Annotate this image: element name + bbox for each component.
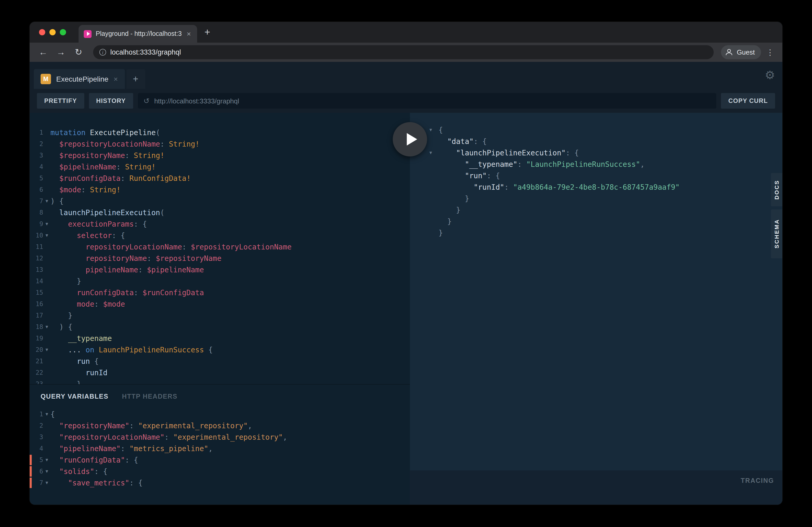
code-line: 3 $repositoryName: String! — [30, 150, 410, 161]
zoom-window-button[interactable] — [60, 29, 66, 35]
line-number: 2 — [30, 420, 43, 431]
endpoint-input[interactable]: ↺ http://localhost:3333/graphql — [137, 93, 716, 109]
new-session-button[interactable]: + — [126, 69, 145, 89]
fold-caret-icon[interactable]: ▾ — [43, 195, 50, 207]
sidebar-tabs: DOCS SCHEMA — [771, 173, 782, 261]
window-controls — [30, 22, 74, 43]
minimize-window-button[interactable] — [49, 29, 56, 35]
fold-caret-icon[interactable]: ▾ — [43, 230, 50, 241]
fold-caret-icon[interactable]: ▾ — [427, 124, 434, 136]
history-button[interactable]: HISTORY — [89, 93, 133, 109]
query-variables-panel: QUERY VARIABLES HTTP HEADERS 1▾{2 "repos… — [30, 384, 410, 505]
code-line: 10▾ selector: { — [30, 230, 410, 241]
browser-tab[interactable]: Playground - http://localhost:3 × — [78, 25, 197, 43]
code-line: 9▾ executionParams: { — [30, 218, 410, 230]
close-window-button[interactable] — [39, 29, 45, 35]
code-line: 17 } — [30, 310, 410, 321]
code-line: 5▾ "runConfigData": { — [30, 454, 410, 466]
line-number: 14 — [30, 275, 43, 287]
session-close-icon[interactable]: × — [114, 75, 118, 83]
code-line: 13 pipelineName: $pipelineName — [30, 264, 410, 275]
line-number: 13 — [30, 264, 43, 275]
line-number: 11 — [30, 241, 43, 253]
code-line: } — [410, 227, 782, 239]
tracing-toggle[interactable]: TRACING — [741, 477, 774, 505]
code-line: 22 runId — [30, 367, 410, 378]
code-line: 7▾ "save_metrics": { — [30, 477, 410, 488]
line-number: 20 — [30, 344, 43, 356]
line-number: 4 — [30, 161, 43, 172]
reload-icon[interactable]: ↻ — [71, 48, 86, 57]
tracing-panel: TRACING — [410, 470, 782, 505]
error-marker — [30, 466, 32, 477]
code-line: 11 repositoryLocationName: $repositoryLo… — [30, 241, 410, 253]
fold-caret-icon[interactable]: ▾ — [43, 321, 50, 333]
fold-caret-icon[interactable]: ▾ — [43, 218, 50, 230]
tab-close-icon[interactable]: × — [186, 30, 192, 37]
browser-tab-strip: Playground - http://localhost:3 × + — [30, 22, 782, 43]
session-tab-title: ExecutePipeline — [56, 75, 108, 83]
session-body: 1mutation ExecutePipeline(2 $repositoryL… — [30, 113, 782, 505]
address-url: localhost:3333/graphql — [110, 48, 181, 56]
browser-window: Playground - http://localhost:3 × + ← → … — [30, 22, 782, 505]
code-line: 6 $mode: String! — [30, 184, 410, 195]
code-line: 4 "pipelineName": "metrics_pipeline", — [30, 443, 410, 454]
settings-gear-icon[interactable]: ⚙ — [765, 70, 775, 81]
line-number: 4 — [30, 443, 43, 454]
line-number: 3 — [30, 431, 43, 443]
code-line: 19 __typename — [30, 333, 410, 344]
tab-docs[interactable]: DOCS — [771, 173, 782, 206]
line-number: 7 — [30, 195, 43, 207]
endpoint-reload-icon[interactable]: ↺ — [143, 97, 149, 104]
avatar-icon — [725, 48, 734, 57]
back-icon[interactable]: ← — [36, 48, 50, 57]
prettify-button[interactable]: PRETTIFY — [37, 93, 84, 109]
address-bar[interactable]: i localhost:3333/graphql — [93, 45, 714, 59]
tab-schema[interactable]: SCHEMA — [771, 209, 782, 258]
line-number: 3 — [30, 150, 43, 161]
query-pane: 1mutation ExecutePipeline(2 $repositoryL… — [30, 113, 410, 505]
playground-favicon-icon — [84, 30, 91, 38]
query-editor[interactable]: 1mutation ExecutePipeline(2 $repositoryL… — [30, 113, 410, 384]
line-number: 22 — [30, 367, 43, 378]
line-number: 10 — [30, 230, 43, 241]
line-number: 2 — [30, 138, 43, 150]
browser-menu-icon[interactable]: ⋮ — [764, 48, 776, 57]
profile-button[interactable]: Guest — [721, 45, 761, 59]
tab-query-variables[interactable]: QUERY VARIABLES — [41, 393, 108, 400]
line-number: 12 — [30, 253, 43, 264]
code-line: 16 mode: $mode — [30, 298, 410, 310]
code-line: 1▾{ — [30, 408, 410, 420]
site-info-icon[interactable]: i — [99, 49, 106, 56]
code-line: "runId": "a49b864a-79e2-4be8-b78c-687457… — [410, 181, 782, 193]
fold-caret-icon[interactable]: ▾ — [427, 147, 434, 159]
fold-caret-icon[interactable]: ▾ — [43, 408, 50, 420]
code-line: 2 "repositoryName": "experimental_reposi… — [30, 420, 410, 431]
code-line: 15 runConfigData: $runConfigData — [30, 287, 410, 298]
code-line: } — [410, 204, 782, 216]
fold-caret-icon[interactable]: ▾ — [43, 454, 50, 466]
fold-caret-icon[interactable]: ▾ — [43, 477, 50, 488]
session-tab[interactable]: M ExecutePipeline × — [34, 69, 125, 89]
error-marker — [30, 478, 32, 488]
code-line: 4 $pipelineName: String! — [30, 161, 410, 172]
line-number: 18 — [30, 321, 43, 333]
line-number: 15 — [30, 287, 43, 298]
code-line: 8 launchPipelineExecution( — [30, 207, 410, 218]
response-viewer[interactable]: ▾{ "data": {▾ "launchPipelineExecution":… — [410, 113, 782, 470]
code-line: 7▾) { — [30, 195, 410, 207]
execute-button[interactable] — [393, 122, 427, 156]
forward-icon[interactable]: → — [54, 48, 68, 57]
code-line: 20▾ ... on LaunchPipelineRunSuccess { — [30, 344, 410, 356]
fold-caret-icon[interactable]: ▾ — [43, 466, 50, 477]
variables-tabs: QUERY VARIABLES HTTP HEADERS — [30, 385, 410, 400]
tab-http-headers[interactable]: HTTP HEADERS — [122, 393, 177, 400]
browser-toolbar: ← → ↻ i localhost:3333/graphql Guest ⋮ — [30, 43, 782, 62]
variables-editor[interactable]: 1▾{2 "repositoryName": "experimental_rep… — [30, 408, 410, 488]
new-tab-button[interactable]: + — [197, 22, 217, 43]
copy-curl-button[interactable]: COPY CURL — [721, 93, 775, 109]
line-number: 19 — [30, 333, 43, 344]
fold-caret-icon[interactable]: ▾ — [43, 344, 50, 356]
code-line: } — [410, 193, 782, 204]
code-line: "data": { — [410, 136, 782, 147]
